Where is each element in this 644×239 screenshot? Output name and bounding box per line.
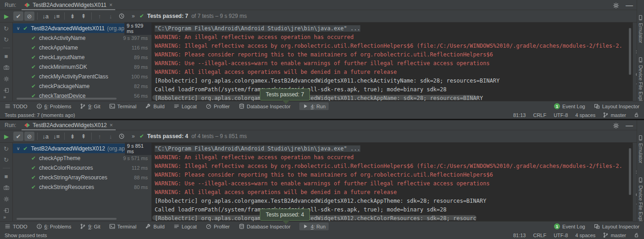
test-suite-row[interactable]: ∨ ✔ TestB2AdvancedWidgetsX011 (org.ap 9 … [13,23,151,33]
import-test-results-icon[interactable] [3,207,10,214]
caret-position[interactable]: 81:13 [513,112,526,118]
test-settings-icon[interactable] [3,196,10,202]
stop-icon[interactable]: ■ [5,53,8,59]
statusbar-event-log[interactable]: 1 Event Log [554,103,585,109]
close-tab-icon[interactable]: × [110,122,113,128]
hide-window-icon[interactable]: — [626,1,633,10]
statusbar-layout-inspector[interactable]: Layout Inspector [594,223,639,229]
import-test-results-icon[interactable] [3,87,10,94]
tree-horizontal-scrollbar[interactable] [17,98,117,100]
previous-failed-test-icon[interactable]: ↑ [95,11,105,21]
statusbar-build[interactable]: Build [145,223,164,229]
statusbar-git[interactable]: 9: Git [80,103,100,109]
statusbar-todo[interactable]: TODO [5,103,28,109]
sort-alphabetically-icon[interactable]: ↓a [40,11,50,21]
chevron-down-icon[interactable]: ∨ [17,26,20,31]
settings-gear-icon[interactable] [613,122,619,129]
console-horizontal-scrollbar[interactable] [152,215,476,220]
close-tab-icon[interactable]: × [109,2,112,8]
test-case-row[interactable]: ✔ checkStringArrayResources 88 ms [13,172,151,182]
left-strip-more-icon[interactable]: » [3,94,6,100]
lock-open-icon[interactable] [633,232,639,238]
expand-all-icon[interactable]: ⇟ [67,132,78,141]
test-history-icon[interactable] [117,132,127,141]
statusbar-event-log[interactable]: 1 Event Log [554,223,585,229]
rerun-failed-tests-icon[interactable]: ↻ [4,157,9,163]
indent-setting[interactable]: 4 spaces [575,233,595,238]
toolwindow-emulator[interactable]: Emulator [638,15,644,43]
lock-open-icon[interactable] [633,112,639,118]
test-case-row[interactable]: ✔ checkMyActivityParentClass 100 ms [13,72,151,81]
tree-horizontal-scrollbar[interactable] [17,218,117,220]
test-case-row[interactable]: ✔ checkAppName 116 ms [13,43,151,52]
git-branch-widget[interactable]: master [603,232,626,238]
test-case-row[interactable]: ✔ checkAppTheme 9 s 571 ms [13,153,151,163]
caret-position[interactable]: 81:13 [513,233,526,238]
statusbar-terminal[interactable]: Terminal [109,103,137,109]
collapse-all-icon[interactable]: ⇞ [78,132,89,141]
expand-all-icon[interactable]: ⇟ [67,11,78,21]
settings-gear-icon[interactable] [613,2,619,9]
test-suite-row[interactable]: ∨ ✔ TestB2AdvancedWidgetsX012 (org.ap 9 … [13,144,151,153]
test-case-row[interactable]: ✔ checkPackageName 82 ms [13,81,151,91]
console-horizontal-scrollbar[interactable] [152,95,476,100]
console-vertical-scrollbar[interactable] [629,148,631,195]
indent-setting[interactable]: 4 spaces [575,112,595,118]
sort-alphabetically-icon[interactable]: ↓a [40,132,50,141]
next-failed-test-icon[interactable]: ↓ [106,11,116,21]
sort-by-duration-icon[interactable]: ↓≡ [51,11,62,21]
statusbar-git[interactable]: 9: Git [80,223,100,229]
run-tab[interactable]: TestB2AdvancedWidgetsX012 × [21,120,116,130]
rerun-icon[interactable]: ↻ [4,146,9,152]
statusbar-run[interactable]: 4: Run [299,222,329,230]
hide-window-icon[interactable]: — [626,122,633,130]
rerun-play-icon[interactable]: ▶ [4,133,9,140]
chevron-down-icon[interactable]: ∨ [17,146,20,151]
screenshot-camera-icon[interactable] [3,64,10,71]
test-case-row[interactable]: ✔ checkStringResources 80 ms [13,182,151,192]
next-failed-test-icon[interactable]: ↓ [106,132,116,141]
line-separator[interactable]: CRLF [533,112,546,118]
statusbar-problems[interactable]: 6: Problems [36,223,72,229]
toolbar-more-icon[interactable]: » [132,133,135,139]
statusbar-logcat[interactable]: Logcat [174,223,197,229]
test-settings-icon[interactable] [3,76,10,82]
statusbar-todo[interactable]: TODO [5,223,28,229]
file-encoding[interactable]: UTF-8 [554,112,568,118]
statusbar-run[interactable]: 4: Run [299,102,329,110]
toolwindow-emulator[interactable]: Emulator [638,135,644,163]
console-vertical-scrollbar[interactable] [629,28,631,75]
rerun-failed-tests-icon[interactable]: ↻ [4,37,9,43]
test-case-row[interactable]: ✔ checkColorResources 112 ms [13,163,151,172]
rerun-icon[interactable]: ↻ [4,26,9,32]
test-case-row[interactable]: ✔ checkActivityName 9 s 397 ms [13,33,151,43]
statusbar-profiler[interactable]: Profiler [206,103,230,109]
git-branch-widget[interactable]: master [603,112,626,118]
toolbar-more-icon[interactable]: » [132,13,135,19]
test-case-row[interactable]: ✔ checkMinimumSDK 89 ms [13,62,151,72]
show-passed-toggle[interactable]: ✔ [13,132,23,141]
test-console[interactable]: "C:\Program Files\Android\Android Studio… [151,22,633,101]
show-passed-toggle[interactable]: ✔ [13,11,23,21]
statusbar-problems[interactable]: 6: Problems [36,103,72,109]
statusbar-layout-inspector[interactable]: Layout Inspector [594,103,639,109]
test-history-icon[interactable] [117,11,127,21]
test-case-row[interactable]: ✔ checkLayoutName 89 ms [13,52,151,62]
line-separator[interactable]: CRLF [533,233,546,238]
rerun-play-icon[interactable]: ▶ [4,13,9,20]
statusbar-profiler[interactable]: Profiler [206,223,230,229]
file-encoding[interactable]: UTF-8 [554,233,568,238]
show-ignored-toggle[interactable]: ⊘ [24,132,34,141]
test-console[interactable]: "C:\Program Files\Android\Android Studio… [151,143,633,221]
statusbar-logcat[interactable]: Logcat [174,103,197,109]
collapse-all-icon[interactable]: ⇞ [78,11,89,21]
statusbar-terminal[interactable]: Terminal [109,223,137,229]
left-strip-more-icon[interactable]: » [3,214,6,220]
sort-by-duration-icon[interactable]: ↓≡ [51,132,62,141]
stop-icon[interactable]: ■ [5,173,8,179]
statusbar-build[interactable]: Build [145,103,164,109]
show-ignored-toggle[interactable]: ⊘ [24,11,34,21]
screenshot-camera-icon[interactable] [3,184,10,191]
run-tab[interactable]: TestB2AdvancedWidgetsX011 × [21,0,116,10]
previous-failed-test-icon[interactable]: ↑ [95,132,105,141]
